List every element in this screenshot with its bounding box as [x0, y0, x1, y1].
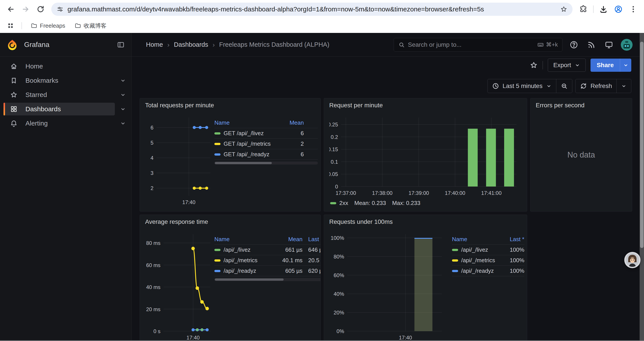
no-data-message: No data: [530, 98, 632, 211]
search-icon: [398, 42, 405, 48]
bell-icon: [10, 120, 18, 127]
back-button[interactable]: [4, 3, 18, 16]
legend-row[interactable]: /api/_/readyz100%: [452, 266, 524, 276]
breadcrumb-dashboards[interactable]: Dashboards: [174, 41, 208, 48]
browser-menu-button[interactable]: [626, 3, 640, 16]
expand-starred-chevron[interactable]: [120, 92, 126, 98]
time-range-picker[interactable]: Last 5 minutes: [488, 79, 556, 93]
bookmark-folder-freeleaps[interactable]: Freeleaps: [28, 21, 68, 31]
timeseries-chart[interactable]: 6543217:40: [145, 115, 215, 206]
panel-errors-per-second: Errors per second No data: [530, 98, 632, 212]
user-avatar[interactable]: [621, 39, 632, 51]
refresh-icon: [580, 83, 587, 90]
panel-title[interactable]: Request per minute: [329, 102, 383, 109]
grafana-logo-icon[interactable]: [6, 39, 18, 51]
apps-button[interactable]: [5, 21, 16, 31]
legend-header-row[interactable]: NameMean: [214, 118, 318, 128]
legend-cell: /api/_/readyz: [452, 266, 500, 276]
clock-icon: [492, 83, 499, 90]
downloads-button[interactable]: [597, 3, 610, 16]
time-picker-group: Last 5 minutes: [488, 79, 572, 93]
help-button[interactable]: [568, 39, 580, 51]
refresh-interval-chevron[interactable]: [616, 79, 631, 93]
series-color-dash: [214, 249, 220, 251]
kiosk-mode-button[interactable]: [603, 39, 615, 51]
scrollbar-thumb[interactable]: [640, 42, 644, 248]
series-color-dash: [452, 270, 458, 272]
sidebar-item-starred[interactable]: Starred: [4, 88, 115, 101]
topnav: Home › Dashboards › Freeleaps Metrics Da…: [132, 33, 644, 57]
legend-header-row[interactable]: NameMeanLast *: [214, 234, 321, 245]
series-color-dash: [214, 153, 220, 156]
export-button[interactable]: Export: [548, 59, 586, 72]
favorite-dashboard-button[interactable]: [530, 61, 538, 69]
dashboards-grid-icon: [10, 105, 18, 113]
panel-requests-under-100ms: Requests under 100ms 100%80%60%40%20%0%1…: [324, 215, 527, 341]
share-options-chevron[interactable]: [620, 59, 631, 72]
svg-text:100%: 100%: [331, 235, 344, 241]
extensions-button[interactable]: [576, 3, 590, 16]
legend-header-row[interactable]: NameLast *: [452, 234, 524, 245]
forward-button[interactable]: [19, 3, 32, 16]
address-bar[interactable]: grafana.mathmast.com/d/deytv4rwavabkb/fr…: [51, 3, 572, 16]
svg-text:5: 5: [150, 140, 154, 146]
bookmarks-divider: [22, 22, 22, 29]
legend-cell: /api/_/metrics: [214, 255, 278, 265]
panel-title[interactable]: Average response time: [145, 218, 208, 225]
legend-scrollbar-thumb[interactable]: [215, 162, 272, 164]
zoom-out-icon: [561, 83, 568, 90]
svg-text:17:40: 17:40: [182, 199, 196, 205]
legend-row[interactable]: GET /api/_/readyz6: [214, 149, 318, 160]
svg-text:2: 2: [150, 185, 154, 191]
bar-chart[interactable]: 100%80%60%40%20%0%17:40: [329, 232, 448, 341]
search-box[interactable]: ⌘+k: [394, 38, 562, 52]
panel-title[interactable]: Requests under 100ms: [329, 218, 393, 225]
arrow-left-icon: [6, 5, 15, 14]
folder-icon: [31, 22, 37, 29]
legend-row[interactable]: /api/_/livez100%: [452, 245, 524, 255]
time-controls-row: Last 5 minutes Refresh: [132, 74, 644, 98]
profile-button[interactable]: [612, 3, 625, 16]
zoom-out-time-button[interactable]: [556, 79, 572, 93]
sidebar-collapse-button[interactable]: [117, 41, 125, 49]
legend-row[interactable]: /api/_/livez661 µs646 µs: [214, 245, 321, 255]
assistant-avatar-button[interactable]: [624, 252, 640, 268]
share-button[interactable]: Share: [590, 59, 620, 72]
chevron-down-icon: [120, 106, 126, 112]
legend-row[interactable]: /api/_/readyz605 µs620 µs: [214, 266, 321, 276]
legend-row[interactable]: /api/_/metrics100%: [452, 255, 524, 266]
sidebar-item-bookmarks[interactable]: Bookmarks: [4, 74, 115, 87]
legend-cell: Last *: [302, 234, 321, 244]
expand-dashboards-chevron[interactable]: [120, 106, 126, 112]
series-legend[interactable]: 2xx Mean: 0.233 Max: 0.233: [330, 200, 420, 206]
search-input[interactable]: [408, 41, 534, 48]
bar-chart[interactable]: 0.250.20.150.10.05017:37:0017:38:0017:39…: [329, 116, 522, 197]
legend-row[interactable]: GET /api/_/metrics2: [214, 139, 318, 149]
news-rss-button[interactable]: [585, 39, 598, 51]
panel-title[interactable]: Total requests per minute: [145, 102, 214, 109]
breadcrumb-home[interactable]: Home: [146, 41, 163, 48]
refresh-button[interactable]: Refresh: [576, 79, 616, 93]
timeseries-chart[interactable]: 80 ms60 ms40 ms20 ms0 s17:40: [145, 232, 215, 341]
toolbar-divider: [542, 61, 543, 69]
sidebar-item-dashboards[interactable]: Dashboards: [4, 103, 115, 115]
legend-scrollbar[interactable]: [214, 278, 321, 281]
sidebar-item-alerting[interactable]: Alerting: [4, 117, 115, 130]
legend-row[interactable]: /api/_/metrics40.1 ms20.5 ms: [214, 255, 321, 266]
bookmark-folder-blogs[interactable]: 收藏博客: [72, 21, 110, 31]
expand-alerting-chevron[interactable]: [120, 120, 126, 126]
legend-scrollbar[interactable]: [214, 162, 318, 165]
svg-text:17:37:00: 17:37:00: [336, 190, 356, 196]
legend-scrollbar-thumb[interactable]: [215, 278, 284, 281]
legend-cell: Name: [452, 234, 500, 244]
legend-cell: GET /api/_/readyz: [214, 149, 280, 160]
sidebar-item-home[interactable]: Home: [4, 60, 115, 73]
site-settings-icon[interactable]: [56, 6, 64, 13]
breadcrumb-separator-icon: ›: [212, 41, 215, 49]
reload-button[interactable]: [34, 3, 47, 16]
expand-bookmarks-chevron[interactable]: [120, 78, 126, 84]
refresh-group: Refresh: [576, 79, 631, 93]
bookmark-star-icon[interactable]: [560, 6, 567, 13]
legend-row[interactable]: GET /api/_/livez6: [214, 128, 318, 139]
svg-text:0.25: 0.25: [329, 122, 338, 128]
